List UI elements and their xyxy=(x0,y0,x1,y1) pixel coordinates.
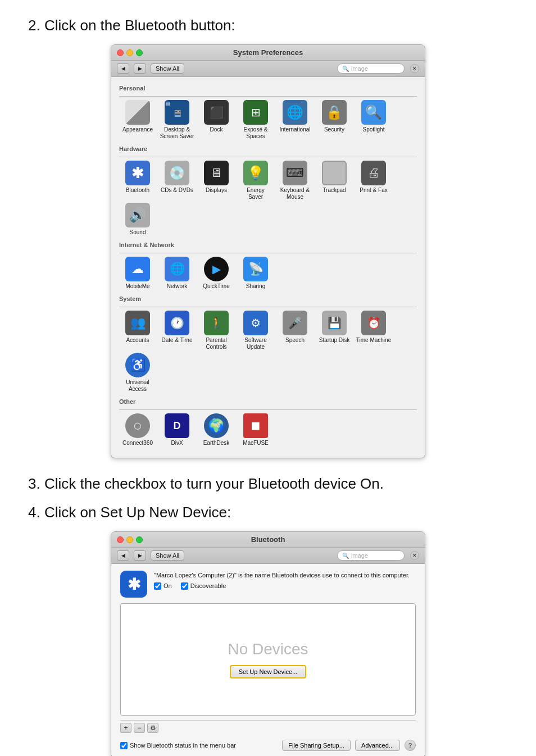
pref-security[interactable]: 🔒 Security xyxy=(316,100,353,140)
bt-back-button[interactable]: ◀ xyxy=(117,550,129,561)
mobileme-icon: ☁ xyxy=(125,257,150,281)
startup-label: Startup Disk xyxy=(319,337,349,344)
pref-macfuse[interactable]: ■ MacFUSE xyxy=(237,413,274,447)
close-dot[interactable] xyxy=(117,49,124,56)
bt-discoverable-checkbox-label[interactable]: Discoverable xyxy=(181,582,226,590)
bt-maximize-dot[interactable] xyxy=(136,536,143,543)
pref-cds[interactable]: 💿 CDs & DVDs xyxy=(158,161,196,201)
softupdate-icon: ⚙ xyxy=(243,311,268,335)
pref-appearance[interactable]: Appearance xyxy=(119,100,156,140)
pref-spotlight[interactable]: 🔍 Spotlight xyxy=(355,100,392,140)
connect360-icon: ○ xyxy=(125,413,150,438)
pref-international[interactable]: 🌐 International xyxy=(276,100,314,140)
bt-remove-button[interactable]: − xyxy=(134,723,145,733)
pref-earthdesk[interactable]: 🌍 EarthDesk xyxy=(198,413,235,447)
pref-speech[interactable]: 🎤 Speech xyxy=(276,311,314,350)
bt-search-box[interactable]: 🔍 image xyxy=(337,550,405,561)
pref-divx[interactable]: D DivX xyxy=(158,413,196,447)
forward-button[interactable]: ▶ xyxy=(134,63,146,74)
bt-advanced-button[interactable]: Advanced... xyxy=(355,740,400,751)
displays-label: Displays xyxy=(206,187,227,194)
bt-header: ✱ "Marco Lopez's Computer (2)" is the na… xyxy=(120,571,416,598)
search-close-button[interactable]: ✕ xyxy=(410,64,419,73)
bt-show-menu-bar-checkbox[interactable] xyxy=(120,742,128,749)
energy-label: EnergySaver xyxy=(247,187,265,201)
pref-startup[interactable]: 💾 Startup Disk xyxy=(316,311,353,350)
system-icons: 👥 Accounts 🕐 Date & Time 🚶 xyxy=(119,311,417,393)
bt-checkboxes: On Discoverable xyxy=(154,582,410,590)
bt-footer: Show Bluetooth status in the menu bar Fi… xyxy=(120,740,416,751)
pref-connect360[interactable]: ○ Connect360 xyxy=(119,413,156,447)
sound-icon: 🔊 xyxy=(125,203,150,227)
earthdesk-icon: 🌍 xyxy=(204,413,229,438)
pref-datetime[interactable]: 🕐 Date & Time xyxy=(158,311,196,350)
bt-close-dot[interactable] xyxy=(117,536,124,543)
pref-parental[interactable]: 🚶 ParentalControls xyxy=(198,311,235,350)
pref-timemachine[interactable]: ⏰ Time Machine xyxy=(355,311,392,350)
pref-keyboard[interactable]: ⌨ Keyboard &Mouse xyxy=(276,161,314,201)
bt-add-button[interactable]: + xyxy=(120,723,131,733)
bt-search-close-button[interactable]: ✕ xyxy=(410,551,419,560)
timemachine-icon: ⏰ xyxy=(361,311,386,335)
bt-forward-button[interactable]: ▶ xyxy=(134,550,146,561)
dock-label: Dock xyxy=(210,126,223,133)
printfax-label: Print & Fax xyxy=(360,187,387,194)
pref-sharing[interactable]: 📡 Sharing xyxy=(237,257,274,290)
pref-mobileme[interactable]: ☁ MobileMe xyxy=(119,257,156,290)
appearance-icon xyxy=(125,100,150,125)
displays-icon: 🖥 xyxy=(204,161,229,185)
macfuse-icon: ■ xyxy=(243,413,268,438)
pref-universal[interactable]: ♿ UniversalAccess xyxy=(119,353,156,393)
pref-dock[interactable]: ⬛ Dock xyxy=(198,100,235,140)
pref-accounts[interactable]: 👥 Accounts xyxy=(119,311,156,350)
pref-bluetooth[interactable]: ✱ Bluetooth xyxy=(119,161,156,201)
trackpad-label: Trackpad xyxy=(322,187,346,194)
preferences-content: Personal Appearance ▤ 🖥 Desktop &Screen … xyxy=(111,77,425,458)
step3-heading: 3. Click the checkbox to turn your Bluet… xyxy=(28,475,508,493)
bt-minimize-dot[interactable] xyxy=(126,536,133,543)
bt-file-sharing-button[interactable]: File Sharing Setup... xyxy=(282,740,351,751)
search-box[interactable]: 🔍 image xyxy=(337,63,405,74)
minimize-dot[interactable] xyxy=(126,49,133,56)
pref-softupdate[interactable]: ⚙ SoftwareUpdate xyxy=(237,311,274,350)
pref-quicktime[interactable]: ▶ QuickTime xyxy=(198,257,235,290)
system-section: System 👥 Accounts 🕐 Date & Time xyxy=(119,295,417,393)
maximize-dot[interactable] xyxy=(136,49,143,56)
bt-setup-button[interactable]: Set Up New Device... xyxy=(230,665,307,678)
bt-window-title: Bluetooth xyxy=(251,535,285,544)
bt-show-menu-bar-label[interactable]: Show Bluetooth status in the menu bar xyxy=(120,742,278,749)
pref-trackpad[interactable]: Trackpad xyxy=(316,161,353,201)
bluetooth-window: Bluetooth ◀ ▶ Show All 🔍 image ✕ ✱ "Marc… xyxy=(111,531,425,756)
bt-settings-button[interactable]: ⚙ xyxy=(147,723,158,733)
bt-toolbar: ◀ ▶ Show All 🔍 image ✕ xyxy=(111,548,425,564)
bt-header-info: "Marco Lopez's Computer (2)" is the name… xyxy=(154,571,410,590)
pref-displays[interactable]: 🖥 Displays xyxy=(198,161,235,201)
pref-printfax[interactable]: 🖨 Print & Fax xyxy=(355,161,392,201)
international-icon: 🌐 xyxy=(283,100,307,125)
bluetooth-icon: ✱ xyxy=(125,161,150,185)
divx-label: DivX xyxy=(171,440,183,447)
pref-network[interactable]: 🌐 Network xyxy=(158,257,196,290)
mac-toolbar: ◀ ▶ Show All 🔍 image ✕ xyxy=(111,61,425,77)
bt-search-icon: 🔍 xyxy=(342,553,349,559)
pref-desktop[interactable]: ▤ 🖥 Desktop &Screen Saver xyxy=(158,100,196,140)
back-button[interactable]: ◀ xyxy=(117,63,129,74)
bluetooth-label: Bluetooth xyxy=(126,187,149,194)
bt-show-all-button[interactable]: Show All xyxy=(151,550,184,561)
bt-discoverable-checkbox[interactable] xyxy=(181,582,188,590)
timemachine-label: Time Machine xyxy=(356,337,391,344)
pref-expose[interactable]: ⊞ Exposé &Spaces xyxy=(237,100,274,140)
hardware-icons: ✱ Bluetooth 💿 CDs & DVDs 🖥 xyxy=(119,161,417,236)
hardware-section: Hardware ✱ Bluetooth 💿 CDs & DVDs xyxy=(119,145,417,236)
bt-help-button[interactable]: ? xyxy=(405,740,416,751)
system-label: System xyxy=(119,295,417,302)
parental-icon: 🚶 xyxy=(204,311,229,335)
bt-on-checkbox-label[interactable]: On xyxy=(154,582,172,590)
quicktime-label: QuickTime xyxy=(203,283,229,290)
pref-energy[interactable]: 💡 EnergySaver xyxy=(237,161,274,201)
pref-sound[interactable]: 🔊 Sound xyxy=(119,203,156,236)
bt-on-checkbox[interactable] xyxy=(154,582,161,590)
show-all-button[interactable]: Show All xyxy=(151,63,184,74)
accounts-icon: 👥 xyxy=(125,311,150,335)
energy-icon: 💡 xyxy=(243,161,268,185)
